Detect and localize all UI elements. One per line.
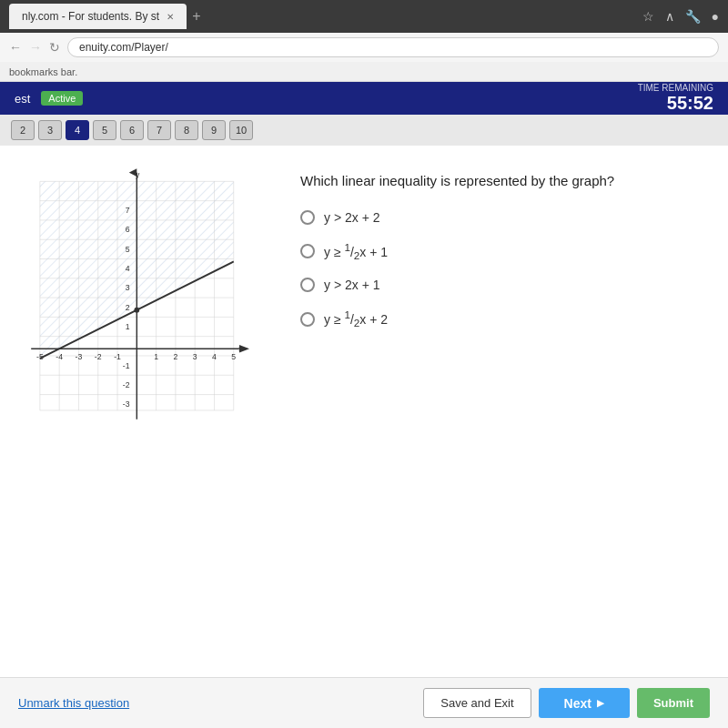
q-btn-5[interactable]: 5 (93, 120, 116, 140)
svg-text:1: 1 (126, 322, 130, 331)
svg-text:7: 7 (126, 206, 130, 215)
header-right: TIME REMAINING 55:52 (638, 83, 713, 114)
svg-text:3: 3 (193, 352, 197, 361)
forward-icon[interactable]: → (29, 40, 42, 55)
main-content: -5 -4 -3 -2 -1 1 2 3 4 5 x 7 6 5 (0, 146, 728, 677)
extensions-icon[interactable]: 🔧 (685, 9, 701, 24)
status-badge: Active (41, 91, 83, 106)
footer-buttons: Save and Exit Next Submit (423, 688, 710, 718)
bookmarks-text: bookmarks bar. (9, 66, 77, 77)
footer: Unmark this question Save and Exit Next … (0, 677, 728, 728)
svg-text:-3: -3 (123, 399, 130, 409)
svg-text:y: y (136, 170, 140, 179)
radio-c[interactable] (300, 278, 315, 292)
svg-text:6: 6 (126, 225, 130, 234)
q-btn-3[interactable]: 3 (38, 120, 62, 140)
svg-text:5: 5 (231, 352, 236, 361)
answer-option-a[interactable]: y > 2x + 2 (300, 210, 710, 225)
answer-option-b[interactable]: y ≥ 1/2x + 1 (300, 241, 710, 261)
app-container: est Active TIME REMAINING 55:52 2 3 4 5 … (0, 82, 728, 728)
back-icon[interactable]: ← (9, 40, 22, 55)
question-text: Which linear inequality is represented b… (300, 173, 710, 188)
q-btn-4[interactable]: 4 (66, 120, 89, 140)
address-input[interactable]: enuity.com/Player/ (67, 37, 719, 57)
bookmarks-bar: bookmarks bar. (0, 62, 728, 82)
svg-text:-2: -2 (123, 380, 130, 389)
answer-option-c[interactable]: y > 2x + 1 (300, 278, 710, 292)
svg-point-51 (134, 308, 139, 313)
next-button[interactable]: Next (539, 688, 630, 718)
q-btn-9[interactable]: 9 (202, 120, 226, 140)
graph-area: -5 -4 -3 -2 -1 1 2 3 4 5 x 7 6 5 (18, 164, 273, 659)
time-remaining-label: TIME REMAINING (638, 83, 713, 93)
question-area: Which linear inequality is represented b… (300, 164, 710, 659)
unmark-link[interactable]: Unmark this question (18, 696, 129, 710)
svg-text:-3: -3 (76, 352, 83, 361)
svg-text:-2: -2 (95, 352, 102, 361)
svg-text:3: 3 (126, 283, 130, 292)
q-btn-2[interactable]: 2 (11, 120, 35, 140)
svg-text:-1: -1 (114, 352, 121, 361)
svg-text:4: 4 (126, 264, 130, 273)
radio-b[interactable] (300, 244, 315, 258)
coordinate-graph: -5 -4 -3 -2 -1 1 2 3 4 5 x 7 6 5 (18, 164, 273, 437)
svg-text:1: 1 (154, 352, 158, 361)
timer-display: 55:52 (638, 93, 713, 114)
tab-label: nly.com - For students. By st (22, 10, 159, 23)
tab-bar: nly.com - For students. By st ✕ + ☆ ∧ 🔧 … (0, 0, 728, 33)
star-icon[interactable]: ☆ (642, 9, 654, 24)
question-nav: 2 3 4 5 6 7 8 9 10 (0, 115, 728, 146)
svg-text:x: x (238, 344, 243, 353)
test-label: est (15, 92, 30, 106)
q-btn-7[interactable]: 7 (147, 120, 171, 140)
tab-close-icon[interactable]: ✕ (167, 12, 174, 22)
radio-a[interactable] (300, 210, 315, 225)
refresh-icon[interactable]: ↻ (49, 40, 60, 55)
svg-text:2: 2 (173, 352, 177, 361)
option-b-label: y ≥ 1/2x + 1 (324, 241, 388, 261)
radio-d[interactable] (300, 312, 315, 327)
browser-toolbar-icons: ☆ ∧ 🔧 ● (642, 9, 719, 24)
q-btn-8[interactable]: 8 (175, 120, 198, 140)
answer-option-d[interactable]: y ≥ 1/2x + 2 (300, 308, 710, 329)
q-btn-6[interactable]: 6 (120, 120, 144, 140)
svg-text:5: 5 (126, 245, 130, 254)
svg-text:-1: -1 (123, 361, 130, 370)
app-header: est Active TIME REMAINING 55:52 (0, 82, 728, 115)
active-tab[interactable]: nly.com - For students. By st ✕ (9, 4, 187, 29)
svg-text:-4: -4 (56, 352, 63, 361)
profile-icon[interactable]: ● (712, 9, 719, 24)
option-a-label: y > 2x + 2 (324, 210, 379, 225)
submit-button[interactable]: Submit (637, 688, 710, 718)
option-d-label: y ≥ 1/2x + 2 (324, 308, 388, 329)
q-btn-10[interactable]: 10 (229, 120, 253, 140)
option-c-label: y > 2x + 1 (324, 278, 379, 292)
svg-text:2: 2 (126, 303, 130, 312)
bookmark-icon[interactable]: ∧ (665, 9, 674, 24)
header-left: est Active (15, 91, 83, 106)
svg-text:4: 4 (212, 352, 217, 361)
new-tab-icon[interactable]: + (192, 8, 200, 25)
address-bar-row: ← → ↻ enuity.com/Player/ (0, 33, 728, 62)
save-exit-button[interactable]: Save and Exit (423, 688, 531, 718)
browser-chrome: nly.com - For students. By st ✕ + ☆ ∧ 🔧 … (0, 0, 728, 82)
